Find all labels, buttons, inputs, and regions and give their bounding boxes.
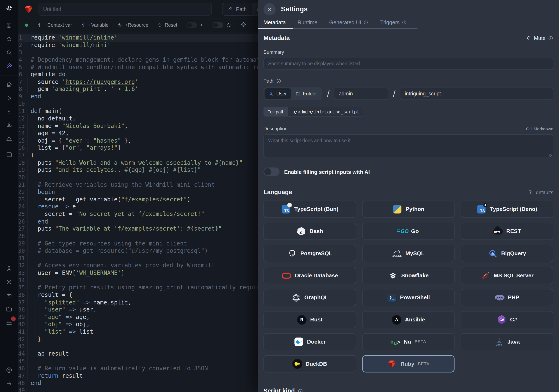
language-defaults-button[interactable]: defaults <box>528 189 553 196</box>
language-card-rust[interactable]: RRust <box>264 311 356 328</box>
user-icon[interactable] <box>6 265 13 272</box>
language-card-rest[interactable]: HTTPREST <box>461 223 553 240</box>
play-icon[interactable] <box>6 94 13 101</box>
code-text: puts "Hello World and a warm welcome esp… <box>26 159 243 167</box>
language-card-duckdb[interactable]: DuckDB <box>264 355 356 373</box>
close-icon[interactable] <box>264 3 276 15</box>
plus-icon[interactable] <box>6 164 13 171</box>
language-card-ansible[interactable]: ΛAnsible <box>362 311 455 328</box>
cubes-icon[interactable] <box>6 121 13 128</box>
calendar-icon[interactable] <box>6 151 13 158</box>
language-label: Ansible <box>405 317 425 323</box>
line-number: 40 <box>18 321 26 328</box>
multiplayer-toggle[interactable] <box>212 22 223 28</box>
markdown-hint: GH Markdown <box>526 127 553 131</box>
settings-body: Metadata Mute Summary Path User <box>258 35 559 392</box>
ai-fill-toggle[interactable] <box>264 167 280 176</box>
arrow-right-icon[interactable] <box>6 380 13 387</box>
path-separator: / <box>327 89 329 99</box>
folder-icon[interactable] <box>6 305 13 312</box>
code-text: ) <box>26 152 34 159</box>
home-icon[interactable] <box>6 81 13 88</box>
summary-input[interactable] <box>264 58 553 70</box>
language-card-ruby[interactable]: RubyBETA <box>362 355 455 373</box>
language-card-typescript-bun[interactable]: TSTypeScript (Bun) <box>264 201 356 218</box>
search-icon[interactable] <box>6 49 13 56</box>
reset-button[interactable]: Reset <box>157 22 177 28</box>
settings-panel: Settings MetadataRuntimeGenerated UITrig… <box>258 0 559 392</box>
language-card-graphql[interactable]: GraphQL <box>264 289 356 306</box>
indent-guide <box>28 189 28 196</box>
help-icon[interactable] <box>6 366 13 373</box>
gear-icon <box>528 189 533 196</box>
metadata-heading: Metadata <box>264 35 290 42</box>
indent-guide <box>35 321 35 328</box>
owner-kind-user[interactable]: User <box>265 88 291 99</box>
description-textarea[interactable] <box>264 134 553 157</box>
language-label: Java <box>507 339 520 345</box>
beta-badge: BETA <box>418 361 429 366</box>
pyramid-icon[interactable] <box>6 135 13 142</box>
windmill-logo-icon[interactable] <box>6 5 13 12</box>
dollar-icon[interactable] <box>6 108 13 115</box>
line-number: 34 <box>18 277 26 284</box>
language-card-typescript-deno[interactable]: TSTypeScript (Deno) <box>461 201 553 218</box>
tab-generated-ui[interactable]: Generated UI <box>329 19 369 26</box>
language-label: Go <box>411 228 419 235</box>
language-card-mysql[interactable]: MySQLMySQL <box>362 245 455 262</box>
language-label: MySQL <box>405 250 424 257</box>
path-owner-input[interactable] <box>334 88 388 100</box>
indent-guide <box>35 211 35 218</box>
language-card-snowflake[interactable]: ❄Snowflake <box>362 267 455 284</box>
language-card-oracle-database[interactable]: Oracle Database <box>264 267 356 284</box>
indent-guide <box>28 137 28 145</box>
owner-kind-folder[interactable]: Folder <box>291 88 321 99</box>
language-card-go[interactable]: GOGo <box>362 223 455 240</box>
language-card-postgresql[interactable]: PostgreSQL <box>264 245 356 262</box>
indent-guide <box>28 233 28 240</box>
line-number: 22 <box>18 189 26 196</box>
tab-runtime[interactable]: Runtime <box>298 19 317 26</box>
code-text: "obj" => obj, <box>26 321 90 328</box>
settings-header: Settings <box>258 0 559 19</box>
indent-guide <box>28 130 28 137</box>
language-card-php[interactable]: phpPHP <box>461 289 553 306</box>
tab-metadata[interactable]: Metadata <box>264 19 286 26</box>
language-card-bash[interactable]: $Bash <box>264 223 356 240</box>
line-number: 14 <box>18 130 26 137</box>
context-var-button[interactable]: +Context var <box>37 22 72 28</box>
indent-guide <box>35 314 35 321</box>
variable-button[interactable]: +Variable <box>81 22 109 28</box>
resource-button[interactable]: +Resource <box>117 22 148 28</box>
language-card-java[interactable]: JavaJava <box>461 333 553 350</box>
indent-guide <box>28 203 28 211</box>
building-icon[interactable] <box>6 22 13 29</box>
indent-guide <box>28 299 28 306</box>
path-name-input[interactable] <box>400 88 553 100</box>
language-label: Nu <box>404 339 411 345</box>
language-card-python[interactable]: Python <box>362 201 455 218</box>
language-card-nu[interactable]: nu>NuBETA <box>362 333 455 350</box>
line-number: 20 <box>18 174 26 181</box>
language-card-ms-sql-server[interactable]: MS SQL Server <box>461 267 553 284</box>
language-card-powershell[interactable]: ❯_PowerShell <box>362 289 455 306</box>
robot-icon[interactable] <box>6 292 13 299</box>
language-card-c[interactable]: C#C# <box>461 311 553 328</box>
full-path-label: Full path <box>264 107 288 116</box>
magic-wand-icon[interactable] <box>6 62 13 69</box>
bash-icon: $ <box>297 227 306 236</box>
code-text: list = ["or", "arrays!"] <box>26 145 121 152</box>
mute-button[interactable]: Mute <box>526 35 553 42</box>
language-card-docker[interactable]: Docker <box>264 333 356 350</box>
editor-settings-gear-icon[interactable] <box>241 21 246 28</box>
indent-guide <box>28 358 28 365</box>
language-card-bigquery[interactable]: BigQuery <box>461 245 553 262</box>
line-number: 49 <box>18 387 26 392</box>
star-icon[interactable] <box>6 35 13 42</box>
script-title-input[interactable] <box>38 3 212 16</box>
line-number: 27 <box>18 225 26 233</box>
tab-triggers[interactable]: Triggers <box>380 19 407 26</box>
gear-icon[interactable] <box>6 278 13 285</box>
list-menu-icon[interactable] <box>6 319 13 326</box>
diff-toggle[interactable] <box>186 22 197 28</box>
